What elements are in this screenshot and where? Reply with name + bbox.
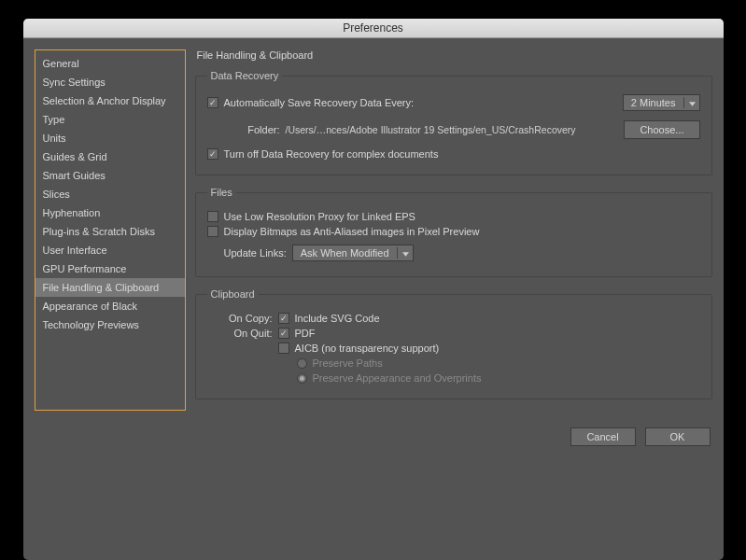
sidebar-item-guides-grid[interactable]: Guides & Grid [35,147,185,166]
sidebar-item-technology-previews[interactable]: Technology Previews [35,315,185,334]
update-links-dropdown[interactable]: Ask When Modified [292,245,414,261]
main-panel: File Handling & Clipboard Data Recovery … [195,49,712,411]
pdf-label: PDF [295,328,316,339]
auto-save-checkbox[interactable] [207,97,218,108]
pdf-checkbox[interactable] [278,328,289,339]
preferences-window: Preferences General Sync Settings Select… [23,19,724,560]
preserve-paths-radio[interactable] [297,358,307,369]
auto-save-label: Automatically Save Recovery Data Every: [224,97,415,108]
ok-button[interactable]: OK [645,427,711,446]
files-group: Files Use Low Resolution Proxy for Linke… [195,187,712,277]
chevron-down-icon [397,247,409,259]
sidebar-item-general[interactable]: General [35,54,185,73]
sidebar-item-type[interactable]: Type [35,110,185,129]
sidebar-item-smart-guides[interactable]: Smart Guides [35,166,185,185]
sidebar-item-selection-anchor[interactable]: Selection & Anchor Display [35,91,185,110]
folder-path: /Users/…nces/Adobe Illustrator 19 Settin… [286,124,576,135]
display-bitmaps-checkbox[interactable] [207,226,218,237]
clipboard-group: Clipboard On Copy: Include SVG Code On Q… [195,288,712,399]
low-res-proxy-checkbox[interactable] [207,211,218,222]
recovery-interval-dropdown[interactable]: 2 Minutes [623,94,700,111]
cancel-button[interactable]: Cancel [570,427,636,446]
low-res-proxy-label: Use Low Resolution Proxy for Linked EPS [224,211,415,222]
sidebar-item-sync-settings[interactable]: Sync Settings [35,73,185,91]
sidebar-item-user-interface[interactable]: User Interface [35,241,185,259]
on-quit-label: On Quit: [207,328,273,339]
folder-label: Folder: [224,124,280,135]
include-svg-checkbox[interactable] [278,313,289,324]
turn-off-recovery-checkbox[interactable] [207,148,218,160]
clipboard-legend: Clipboard [207,288,259,300]
sidebar-item-slices[interactable]: Slices [35,185,185,203]
data-recovery-group: Data Recovery Automatically Save Recover… [195,70,712,175]
sidebar-item-units[interactable]: Units [35,129,185,147]
sidebar-item-appearance-black[interactable]: Appearance of Black [35,297,185,315]
preserve-paths-label: Preserve Paths [313,357,383,369]
sidebar-item-gpu-performance[interactable]: GPU Performance [35,259,185,278]
files-legend: Files [207,187,236,198]
preferences-sidebar: General Sync Settings Selection & Anchor… [35,49,186,411]
display-bitmaps-label: Display Bitmaps as Anti-Aliased images i… [224,226,480,237]
sidebar-item-hyphenation[interactable]: Hyphenation [35,203,185,222]
turn-off-recovery-label: Turn off Data Recovery for complex docum… [224,148,439,160]
preserve-appearance-label: Preserve Appearance and Overprints [313,372,482,384]
aicb-checkbox[interactable] [278,343,289,354]
update-links-value: Ask When Modified [301,247,389,259]
preserve-appearance-radio[interactable] [297,373,307,384]
recovery-interval-value: 2 Minutes [631,97,676,108]
sidebar-item-file-handling-clipboard[interactable]: File Handling & Clipboard [35,278,185,297]
sidebar-item-plugins-scratch[interactable]: Plug-ins & Scratch Disks [35,222,185,241]
update-links-label: Update Links: [224,247,287,259]
data-recovery-legend: Data Recovery [207,70,283,81]
include-svg-label: Include SVG Code [295,313,380,324]
aicb-label: AICB (no transparency support) [295,343,440,354]
on-copy-label: On Copy: [207,313,273,324]
window-title: Preferences [23,19,724,38]
page-title: File Handling & Clipboard [197,49,712,61]
chevron-down-icon [683,97,696,108]
choose-folder-button[interactable]: Choose... [624,120,699,139]
